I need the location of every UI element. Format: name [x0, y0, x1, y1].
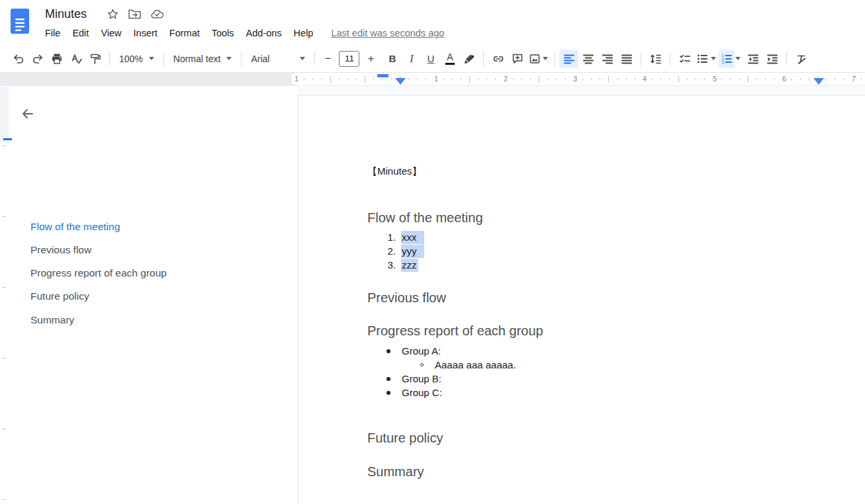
bullet-icon	[387, 391, 390, 395]
toolbar: 100% Normal text Arial − 11 + B I U A	[0, 45, 865, 73]
bullet-sub-item[interactable]: Aaaaa aaa aaaaa.	[367, 358, 516, 372]
doc-heading-summary[interactable]: Summary	[367, 463, 424, 480]
add-comment-icon[interactable]	[508, 50, 527, 68]
underline-button[interactable]: U	[421, 50, 440, 68]
ruler-number: 1	[432, 74, 441, 84]
numbered-list-item[interactable]: 2.yyy	[367, 244, 424, 258]
menu-addons[interactable]: Add-ons	[240, 28, 288, 38]
doc-heading-progress[interactable]: Progress report of each group	[367, 322, 543, 339]
checklist-icon[interactable]	[675, 50, 694, 68]
toolbar-separator	[163, 52, 164, 66]
numbered-list-button[interactable]: 123	[719, 50, 735, 68]
last-edit-link[interactable]: Last edit was seconds ago	[331, 28, 444, 38]
insert-link-icon[interactable]	[488, 50, 508, 68]
highlight-color-icon[interactable]	[459, 50, 478, 68]
ruler-number: 2	[501, 74, 510, 84]
menu-view[interactable]: View	[95, 28, 127, 38]
right-indent-marker[interactable]	[813, 78, 824, 85]
align-right-button[interactable]	[598, 50, 617, 68]
italic-button[interactable]: I	[402, 50, 421, 68]
numbered-list-item[interactable]: 3.zzz	[367, 258, 418, 272]
insert-image-chevron-icon[interactable]	[543, 57, 548, 63]
chevron-down-icon	[149, 57, 154, 63]
outline-item-flow-of-the-meeting[interactable]: Flow of the meeting	[30, 219, 120, 234]
document-outline-panel: Flow of the meeting Previous flow Progre…	[9, 87, 298, 504]
bullet-list-item[interactable]: Group C:	[367, 386, 442, 399]
docs-logo-icon[interactable]	[11, 9, 29, 34]
ruler-number: 5	[710, 74, 719, 84]
toolbar-separator	[241, 52, 242, 66]
selected-text[interactable]: xxx	[401, 231, 424, 244]
increase-font-size-button[interactable]: +	[363, 50, 379, 68]
list-number: 2.	[367, 244, 396, 258]
paint-format-icon[interactable]	[85, 50, 105, 68]
first-line-indent-marker[interactable]	[377, 74, 388, 77]
clear-formatting-icon[interactable]	[792, 50, 811, 68]
toolbar-separator	[786, 52, 787, 66]
bulleted-list-chevron-icon[interactable]	[711, 57, 716, 63]
outline-item-previous-flow[interactable]: Previous flow	[30, 242, 91, 257]
menu-help[interactable]: Help	[288, 28, 320, 38]
toolbar-separator	[670, 52, 670, 66]
horizontal-ruler[interactable]: 1 1 2 3 4 5 6 7	[0, 73, 865, 86]
paragraph-style-select[interactable]: Normal text	[169, 50, 237, 68]
font-size-input[interactable]: 11	[339, 51, 359, 67]
redo-icon[interactable]	[28, 50, 47, 68]
google-docs-window: Minutes	[0, 0, 865, 504]
title-bar: Minutes	[0, 0, 865, 45]
bulleted-list-icon[interactable]	[694, 50, 710, 68]
doc-intro-line[interactable]: 【Minutes】	[367, 165, 422, 178]
text-color-button[interactable]: A	[440, 50, 459, 68]
justify-button[interactable]	[617, 50, 636, 68]
doc-heading-previous[interactable]: Previous flow	[367, 289, 446, 306]
close-outline-icon[interactable]	[18, 104, 38, 124]
doc-heading-future[interactable]: Future policy	[367, 429, 443, 446]
bullet-list-item[interactable]: Group A:	[367, 344, 441, 358]
list-number: 3.	[367, 258, 396, 272]
zoom-select[interactable]: 100%	[114, 50, 159, 68]
outline-item-progress-report[interactable]: Progress report of each group	[30, 265, 167, 280]
undo-icon[interactable]	[9, 50, 28, 68]
insert-image-icon[interactable]	[527, 50, 543, 68]
star-icon[interactable]	[107, 8, 119, 21]
font-family-select[interactable]: Arial	[246, 50, 310, 68]
chevron-down-icon	[300, 57, 305, 63]
document-title[interactable]: Minutes	[45, 7, 87, 21]
vertical-ruler	[0, 87, 9, 504]
list-number: 1.	[367, 230, 396, 244]
hollow-bullet-icon	[420, 363, 424, 366]
line-spacing-icon[interactable]	[646, 50, 665, 68]
numbered-list-chevron-icon[interactable]	[735, 57, 741, 63]
ruler-out-of-page-zone	[0, 73, 295, 85]
menu-insert[interactable]: Insert	[128, 28, 163, 38]
menu-format[interactable]: Format	[163, 28, 206, 38]
document-page[interactable]: 【Minutes】 Flow of the meeting 1.xxx 2.yy…	[298, 95, 865, 504]
cloud-saved-icon[interactable]	[150, 8, 165, 21]
toolbar-separator	[554, 52, 555, 66]
menu-bar: File Edit View Insert Format Tools Add-o…	[39, 24, 444, 42]
ruler-number: 3	[570, 74, 580, 84]
increase-indent-icon[interactable]	[762, 50, 782, 68]
menu-edit[interactable]: Edit	[66, 28, 95, 38]
menu-tools[interactable]: Tools	[206, 28, 240, 38]
left-indent-marker[interactable]	[395, 78, 406, 85]
outline-item-summary[interactable]: Summary	[30, 312, 74, 327]
selected-text[interactable]: yyy	[401, 245, 424, 258]
bullet-list-item[interactable]: Group B:	[367, 372, 441, 386]
bold-button[interactable]: B	[383, 50, 402, 68]
bullet-icon	[387, 377, 390, 381]
numbered-list-item[interactable]: 1.xxx	[367, 230, 424, 244]
selected-text[interactable]: zzz	[401, 259, 418, 272]
outline-item-future-policy[interactable]: Future policy	[30, 288, 89, 304]
align-left-button[interactable]	[559, 50, 578, 68]
print-icon[interactable]	[47, 50, 66, 68]
align-center-button[interactable]	[578, 50, 598, 68]
menu-file[interactable]: File	[39, 28, 66, 38]
spell-check-icon[interactable]	[66, 50, 85, 68]
chevron-down-icon	[226, 57, 232, 63]
toolbar-separator	[483, 52, 484, 66]
doc-heading-flow[interactable]: Flow of the meeting	[367, 209, 483, 226]
move-folder-icon[interactable]	[128, 8, 142, 21]
decrease-font-size-button[interactable]: −	[320, 50, 336, 68]
decrease-indent-icon[interactable]	[743, 50, 762, 68]
